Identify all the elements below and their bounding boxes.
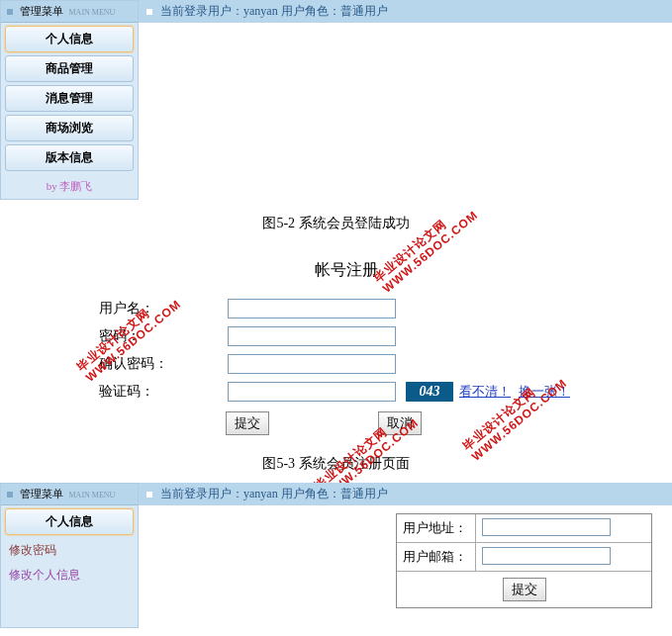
- input-username[interactable]: [228, 299, 396, 318]
- bullet-icon: [7, 9, 13, 15]
- registration-form: 帐号注册 用户名： 密码： 确认密码： 验证码： 043 看不清！ 换一张！ 提…: [0, 242, 672, 440]
- bullet-icon: [7, 492, 13, 498]
- value-address: [476, 514, 651, 542]
- label-address: 用户地址：: [397, 514, 476, 542]
- row-confirm: 确认密码：: [99, 354, 593, 374]
- sidebar-footer: by 李鹏飞: [1, 174, 138, 199]
- submenu-change-password[interactable]: 修改密码: [1, 538, 138, 563]
- menu-product-mgmt[interactable]: 商品管理: [5, 55, 134, 82]
- info-submit-row: 提交: [397, 572, 651, 607]
- caption-5-2: 图5-2 系统会员登陆成功: [0, 200, 672, 242]
- header-bar-3: 当前登录用户：yanyan 用户角色：普通用户: [139, 483, 672, 505]
- caption-5-3: 图5-3 系统会员注册页面: [0, 440, 672, 483]
- sidebar-title-text: 管理菜单: [20, 5, 63, 17]
- submenu-edit-info[interactable]: 修改个人信息: [1, 563, 138, 588]
- content-body-empty: [139, 23, 672, 141]
- section-personal-info: 管理菜单 MAIN MENU 个人信息 修改密码 修改个人信息 当前登录用户：y…: [0, 483, 672, 636]
- label-username: 用户名：: [99, 300, 228, 318]
- label-confirm: 确认密码：: [99, 355, 228, 373]
- header-bar: 当前登录用户：yanyan 用户角色：普通用户: [139, 0, 672, 23]
- menu-message-mgmt[interactable]: 消息管理: [5, 85, 134, 112]
- row-captcha: 验证码： 043 看不清！ 换一张！: [99, 382, 593, 402]
- label-captcha: 验证码：: [99, 383, 228, 401]
- header-bullet-icon: [146, 492, 152, 498]
- sidebar-title: 管理菜单 MAIN MENU: [1, 1, 138, 23]
- captcha-hint-link[interactable]: 看不清！: [459, 383, 511, 401]
- row-password: 密码：: [99, 326, 593, 346]
- caption-5-4: 图 5-4 系统会员修改个人信息主页: [0, 628, 672, 636]
- content-area-3: 当前登录用户：yanyan 用户角色：普通用户 用户地址： 用户邮箱：: [139, 483, 672, 628]
- sidebar-title-3: 管理菜单 MAIN MENU: [1, 484, 138, 505]
- content-area: 当前登录用户：yanyan 用户角色：普通用户: [139, 0, 672, 200]
- header-status-text-3: 当前登录用户：yanyan 用户角色：普通用户: [160, 487, 388, 500]
- header-status-text: 当前登录用户：yanyan 用户角色：普通用户: [160, 4, 388, 18]
- submit-button[interactable]: 提交: [226, 411, 269, 435]
- section-registration: 帐号注册 用户名： 密码： 确认密码： 验证码： 043 看不清！ 换一张！ 提…: [0, 242, 672, 483]
- cancel-button[interactable]: 取消: [378, 411, 422, 435]
- section-login-success: 管理菜单 MAIN MENU 个人信息 商品管理 消息管理 商场浏览 版本信息 …: [0, 0, 672, 242]
- input-email[interactable]: [482, 547, 611, 565]
- menu-version-info[interactable]: 版本信息: [5, 144, 134, 171]
- input-address[interactable]: [482, 518, 611, 536]
- reg-title: 帐号注册: [99, 252, 593, 299]
- sidebar-title-en: MAIN MENU: [69, 8, 116, 17]
- row-address: 用户地址：: [397, 514, 651, 543]
- row-username: 用户名：: [99, 299, 593, 318]
- captcha-swap-link[interactable]: 换一张！: [519, 383, 570, 401]
- button-row: 提交 取消: [99, 411, 593, 435]
- sidebar-title-text-3: 管理菜单: [20, 488, 63, 500]
- label-email: 用户邮箱：: [397, 543, 476, 571]
- value-email: [476, 543, 651, 571]
- sidebar-3: 管理菜单 MAIN MENU 个人信息 修改密码 修改个人信息: [0, 483, 139, 628]
- menu-personal-info-3[interactable]: 个人信息: [5, 508, 134, 535]
- info-submit-button[interactable]: 提交: [503, 578, 546, 601]
- info-form: 用户地址： 用户邮箱： 提交: [396, 513, 652, 608]
- sidebar-spacer: [1, 588, 138, 627]
- panel-top-3: 管理菜单 MAIN MENU 个人信息 修改密码 修改个人信息 当前登录用户：y…: [0, 483, 672, 628]
- panel-top: 管理菜单 MAIN MENU 个人信息 商品管理 消息管理 商场浏览 版本信息 …: [0, 0, 672, 200]
- input-captcha[interactable]: [228, 382, 396, 402]
- label-password: 密码：: [99, 327, 228, 345]
- content-body-3: 用户地址： 用户邮箱： 提交: [139, 513, 672, 608]
- row-email: 用户邮箱：: [397, 543, 651, 572]
- sidebar: 管理菜单 MAIN MENU 个人信息 商品管理 消息管理 商场浏览 版本信息 …: [0, 0, 139, 200]
- menu-personal-info[interactable]: 个人信息: [5, 26, 134, 52]
- sidebar-title-en-3: MAIN MENU: [69, 491, 116, 500]
- input-password[interactable]: [228, 326, 396, 346]
- input-confirm[interactable]: [228, 354, 396, 374]
- header-bullet-icon: [146, 9, 152, 15]
- captcha-image: 043: [406, 382, 453, 402]
- menu-store-browse[interactable]: 商场浏览: [5, 115, 134, 141]
